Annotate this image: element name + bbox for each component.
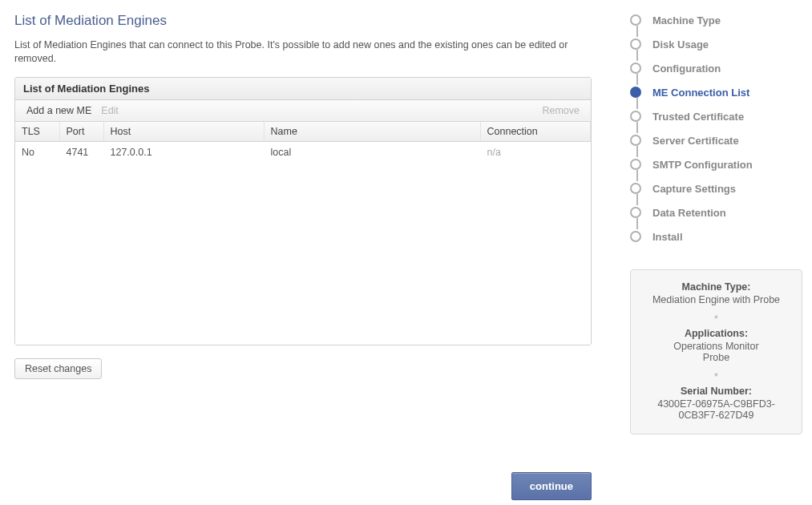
panel-toolbar: Add a new ME Edit Remove xyxy=(15,100,591,122)
step-label: Install xyxy=(652,231,683,243)
step-smtp-configuration[interactable]: SMTP Configuration xyxy=(630,152,802,176)
step-label: ME Connection List xyxy=(652,87,749,99)
step-label: Trusted Certificate xyxy=(652,111,744,123)
separator-icon: * xyxy=(637,371,795,382)
cell-connection: n/a xyxy=(480,142,591,163)
me-table: TLS Port Host Name Connection xyxy=(15,122,591,142)
col-name[interactable]: Name xyxy=(264,122,480,142)
step-dot-icon xyxy=(630,111,641,122)
wizard-stepper: Machine Type Disk Usage Configuration ME… xyxy=(630,8,802,248)
step-me-connection-list[interactable]: ME Connection List xyxy=(630,80,802,104)
summary-box: Machine Type: Mediation Engine with Prob… xyxy=(630,269,802,434)
panel-title: List of Mediation Engines xyxy=(15,78,591,100)
reset-button[interactable]: Reset changes xyxy=(14,358,102,379)
step-trusted-certificate[interactable]: Trusted Certificate xyxy=(630,104,802,128)
separator-icon: * xyxy=(637,313,795,325)
step-server-certificate[interactable]: Server Certificate xyxy=(630,128,802,152)
step-capture-settings[interactable]: Capture Settings xyxy=(630,176,802,200)
step-disk-usage[interactable]: Disk Usage xyxy=(630,32,802,56)
step-configuration[interactable]: Configuration xyxy=(630,56,802,80)
info-applications-label: Applications: xyxy=(637,328,795,339)
info-serial-value: 0CB3F7-627D49 xyxy=(637,410,795,421)
col-port[interactable]: Port xyxy=(59,122,103,142)
step-dot-icon xyxy=(630,38,641,50)
step-label: Data Retention xyxy=(652,207,726,219)
info-applications-value: Probe xyxy=(637,352,795,363)
step-data-retention[interactable]: Data Retention xyxy=(630,200,802,224)
step-label: SMTP Configuration xyxy=(652,159,753,171)
step-label: Server Certificate xyxy=(652,135,739,147)
cell-tls: No xyxy=(15,142,59,163)
page-title: List of Mediation Engines xyxy=(14,13,609,29)
step-dot-icon xyxy=(630,135,641,146)
col-host[interactable]: Host xyxy=(103,122,264,142)
step-machine-type[interactable]: Machine Type xyxy=(630,8,802,32)
cell-host: 127.0.0.1 xyxy=(103,142,264,163)
step-dot-icon xyxy=(630,87,641,98)
step-label: Disk Usage xyxy=(652,38,709,50)
info-machine-type-label: Machine Type: xyxy=(637,281,795,293)
step-dot-icon xyxy=(630,231,641,242)
step-label: Configuration xyxy=(652,63,721,75)
continue-button[interactable]: continue xyxy=(511,472,592,500)
step-dot-icon xyxy=(630,14,641,26)
cell-port: 4741 xyxy=(59,142,103,163)
add-me-button[interactable]: Add a new ME xyxy=(22,103,96,118)
edit-me-button[interactable]: Edit xyxy=(96,103,123,118)
table-row[interactable]: No 4741 127.0.0.1 local n/a xyxy=(15,142,591,163)
info-serial-value: 4300E7-06975A-C9BFD3- xyxy=(637,398,795,410)
step-label: Capture Settings xyxy=(652,183,736,195)
col-connection[interactable]: Connection xyxy=(480,122,591,142)
info-applications-value: Operations Monitor xyxy=(637,341,795,352)
me-list-panel: List of Mediation Engines Add a new ME E… xyxy=(14,77,592,345)
step-dot-icon xyxy=(630,159,641,170)
step-dot-icon xyxy=(630,207,641,218)
step-dot-icon xyxy=(630,183,641,194)
info-machine-type-value: Mediation Engine with Probe xyxy=(652,294,780,305)
col-tls[interactable]: TLS xyxy=(15,122,59,142)
remove-me-button[interactable]: Remove xyxy=(537,103,584,118)
info-serial-label: Serial Number: xyxy=(637,386,795,397)
cell-name: local xyxy=(264,142,480,163)
page-description: List of Mediation Engines that can conne… xyxy=(14,38,592,66)
step-dot-icon xyxy=(630,63,641,74)
step-install[interactable]: Install xyxy=(630,224,802,248)
step-label: Machine Type xyxy=(652,14,721,26)
